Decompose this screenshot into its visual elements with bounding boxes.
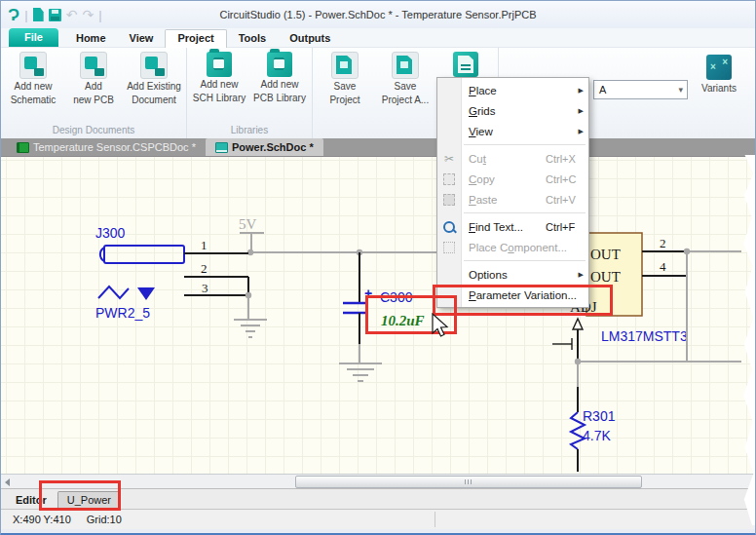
sheet-tab-bar: EditorU_Power: [1, 488, 755, 509]
submenu-arrow-icon: ▶: [579, 128, 584, 135]
connector-j300[interactable]: J300 PWR2_5: [95, 225, 184, 321]
button-label: Project: [329, 95, 359, 106]
horizontal-scrollbar[interactable]: [1, 474, 755, 488]
menu-item-copy[interactable]: CopyCtrl+C: [437, 169, 588, 189]
resistor-r301[interactable]: R301 4.7K: [571, 362, 616, 472]
save-icon[interactable]: [49, 9, 61, 21]
document-tab-label: Temperature Sensor.CSPCBDoc *: [33, 141, 196, 153]
save-project-icon: [331, 52, 359, 79]
svg-text:J300: J300: [95, 225, 126, 241]
divider: [435, 512, 435, 527]
menu-shortcut: Ctrl+C: [546, 173, 576, 185]
chevron-down-icon: ▾: [678, 85, 683, 95]
schematic-canvas[interactable]: 5V J300 PWR2_5 1 2 3: [1, 157, 755, 474]
component-icon: [440, 242, 458, 253]
menu-separator: [464, 260, 586, 261]
add-new-schematic-icon: [19, 52, 47, 79]
tab-home[interactable]: Home: [64, 30, 118, 47]
power-port-5v[interactable]: 5V: [239, 216, 264, 252]
button-label: Save: [334, 81, 357, 93]
scroll-left-icon[interactable]: [5, 478, 10, 486]
document-tab-temperature-sensor-cspcbdoc[interactable]: Temperature Sensor.CSPCBDoc *: [7, 138, 206, 156]
button-label: Project A...: [382, 95, 429, 106]
button-label: Add new: [261, 79, 299, 91]
window-title: CircuitStudio (1.5) - Power.SchDoc * - T…: [1, 9, 755, 20]
tab-file[interactable]: File: [9, 28, 58, 47]
menu-item-cut[interactable]: ✂CutCtrl+X: [437, 148, 588, 169]
quick-access-toolbar: Ϛ | ↶ ↷ |: [1, 7, 102, 23]
menu-item-options[interactable]: Options▶: [437, 264, 588, 285]
tab-project[interactable]: Project: [165, 29, 226, 48]
menu-item-place-component[interactable]: Place Component...: [437, 237, 588, 257]
svg-text:OUT: OUT: [590, 269, 621, 285]
svg-text:C300: C300: [380, 289, 413, 305]
scrollbar-thumb[interactable]: [295, 476, 642, 488]
outputs-document-icon: [453, 52, 478, 77]
submenu-arrow-icon: ▶: [579, 271, 584, 279]
add-new-pcb-button[interactable]: Addnew PCB: [63, 51, 124, 105]
schematic-doc-icon: [215, 142, 228, 153]
add-new-sch-library-button[interactable]: Add newSCH Library: [189, 51, 249, 103]
capacitor-c300[interactable]: + C300 10.2uF: [343, 252, 425, 344]
ground-symbol[interactable]: [339, 344, 382, 381]
menu-item-view[interactable]: View▶: [437, 121, 588, 141]
menu-shortcut: Ctrl+V: [546, 194, 576, 206]
redo-icon[interactable]: ↷: [82, 8, 94, 21]
menu-item-label: Parameter Variation...: [469, 289, 577, 301]
undo-icon[interactable]: ↶: [66, 8, 78, 21]
context-menu: Place▶Grids▶View▶✂CutCtrl+XCopyCtrl+CPas…: [436, 77, 589, 308]
menu-item-parameter-variation[interactable]: Parameter Variation...: [437, 285, 588, 305]
submenu-arrow-icon: ▶: [579, 87, 584, 95]
ribbon-group-libraries: Add newSCH LibraryAdd newPCB LibraryLibr…: [187, 48, 313, 138]
ribbon: Add newSchematicAddnew PCBAdd ExistingDo…: [1, 48, 755, 138]
svg-text:R301: R301: [583, 408, 616, 424]
tab-outputs[interactable]: Outputs: [278, 30, 342, 47]
button-label: Add new: [201, 79, 239, 91]
cut-icon: ✂: [440, 152, 458, 166]
button-label: PCB Library: [253, 93, 306, 104]
tab-view[interactable]: View: [118, 30, 166, 47]
window-footer: [1, 529, 755, 535]
variant-select-value: A: [599, 84, 606, 96]
button-label: new PCB: [73, 95, 114, 106]
pin-number: 4: [660, 259, 666, 274]
menu-item-label: Place: [469, 85, 497, 96]
svg-text:PWR2_5: PWR2_5: [95, 305, 150, 321]
menu-item-label: Options: [469, 269, 508, 281]
grid-size: Grid:10: [87, 514, 122, 525]
ribbon-tab-row: FileHomeViewProjectToolsOutputs: [1, 28, 755, 48]
save-project-button[interactable]: SaveProject: [315, 51, 375, 105]
add-new-pcb-icon: [80, 52, 107, 79]
save-project-as-icon: [392, 52, 419, 79]
document-tab-power-schdoc[interactable]: Power.SchDoc *: [206, 138, 323, 156]
svg-text:OUT: OUT: [590, 247, 621, 262]
add-new-schematic-button[interactable]: Add newSchematic: [3, 51, 63, 105]
menu-item-paste[interactable]: PasteCtrl+V: [437, 189, 588, 210]
menu-item-label: Find Text...: [469, 221, 523, 233]
pin-number: 2: [201, 261, 208, 276]
circuitstudio-logo-icon: Ϛ: [8, 7, 19, 23]
pin-number: 1: [201, 238, 208, 252]
add-new-pcb-library-button[interactable]: Add newPCB Library: [249, 51, 310, 103]
menu-item-find-text[interactable]: Find Text...Ctrl+F: [437, 216, 588, 237]
schematic-drawing: 5V J300 PWR2_5 1 2 3: [1, 157, 755, 474]
new-document-icon[interactable]: [33, 8, 44, 21]
add-existing-document-button[interactable]: Add ExistingDocument: [124, 51, 184, 105]
button-label: Add new: [15, 81, 53, 93]
save-project-as-button[interactable]: SaveProject A...: [375, 51, 435, 105]
tab-tools[interactable]: Tools: [227, 30, 279, 47]
menu-item-place[interactable]: Place▶: [437, 80, 588, 100]
ground-symbol[interactable]: [234, 295, 267, 337]
variant-select[interactable]: A ▾: [593, 80, 688, 99]
svg-text:10.2uF: 10.2uF: [381, 313, 425, 328]
copy-icon: [440, 173, 458, 185]
add-new-pcb-library-icon: [267, 52, 292, 77]
ribbon-group-design-documents: Add newSchematicAddnew PCBAdd ExistingDo…: [1, 48, 187, 138]
sheet-tab-u-power[interactable]: U_Power: [57, 491, 121, 509]
button-label: SCH Library: [193, 93, 246, 104]
button-label: Add Existing: [127, 81, 181, 93]
svg-text:+: +: [364, 286, 372, 301]
sheet-tab-editor[interactable]: Editor: [7, 492, 56, 509]
variants-button[interactable]: Variants: [691, 55, 747, 94]
menu-item-grids[interactable]: Grids▶: [437, 100, 588, 121]
